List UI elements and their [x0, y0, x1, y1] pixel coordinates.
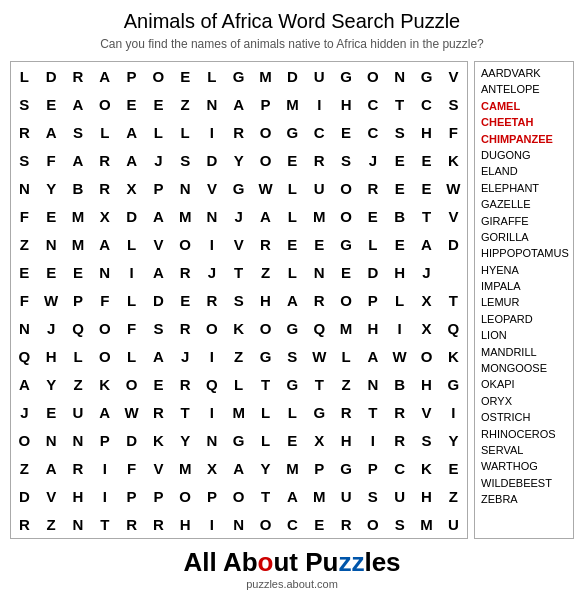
grid-cell: O — [91, 90, 118, 118]
grid-cell: E — [145, 370, 172, 398]
grid-cell: Z — [333, 370, 360, 398]
grid-cell: B — [65, 174, 92, 202]
word-item: HIPPOPOTAMUS — [481, 246, 567, 261]
grid-cell: H — [413, 118, 440, 146]
word-item: GIRAFFE — [481, 214, 567, 229]
grid-cell: O — [413, 342, 440, 370]
grid-cell: E — [145, 90, 172, 118]
word-search-grid: LDRAPOELGMDUGONGVSEAOEEZNAPMIHCTCSRASLAL… — [10, 61, 468, 539]
grid-cell: G — [225, 174, 252, 202]
grid-cell: T — [306, 370, 333, 398]
grid-cell: F — [38, 146, 65, 174]
grid-cell: N — [38, 230, 65, 258]
grid-cell: G — [413, 62, 440, 90]
word-item: WILDEBEEST — [481, 476, 567, 491]
grid-cell: E — [38, 90, 65, 118]
grid-cell: H — [38, 342, 65, 370]
grid-cell: T — [386, 90, 413, 118]
grid-cell: R — [65, 62, 92, 90]
grid-cell: L — [386, 286, 413, 314]
grid-cell: X — [306, 426, 333, 454]
grid-cell: M — [279, 90, 306, 118]
grid-cell: N — [199, 90, 226, 118]
grid-cell: S — [333, 146, 360, 174]
grid-cell: L — [145, 118, 172, 146]
grid-cell: W — [386, 342, 413, 370]
grid-cell: U — [306, 62, 333, 90]
grid-cell: W — [440, 174, 467, 202]
grid-cell: O — [359, 62, 386, 90]
grid-table: LDRAPOELGMDUGONGVSEAOEEZNAPMIHCTCSRASLAL… — [11, 62, 467, 538]
grid-cell: A — [279, 482, 306, 510]
grid-cell: A — [252, 202, 279, 230]
logo-puzzles: uzzles — [323, 547, 401, 577]
grid-cell: L — [225, 370, 252, 398]
grid-cell: H — [413, 482, 440, 510]
grid-cell: Q — [199, 370, 226, 398]
grid-cell: Z — [225, 342, 252, 370]
grid-cell: O — [333, 174, 360, 202]
grid-cell: D — [11, 482, 38, 510]
grid-cell: R — [172, 258, 199, 286]
grid-cell: J — [172, 342, 199, 370]
grid-cell: N — [386, 62, 413, 90]
grid-cell: R — [306, 146, 333, 174]
grid-cell: L — [279, 258, 306, 286]
grid-cell: E — [65, 258, 92, 286]
page-subtitle: Can you find the names of animals native… — [100, 37, 484, 51]
grid-cell: W — [306, 342, 333, 370]
grid-cell: E — [359, 202, 386, 230]
grid-cell: A — [279, 286, 306, 314]
grid-cell: P — [145, 174, 172, 202]
grid-cell: E — [279, 230, 306, 258]
grid-cell: R — [225, 118, 252, 146]
grid-cell: G — [225, 62, 252, 90]
grid-cell: J — [359, 146, 386, 174]
grid-cell: D — [440, 230, 467, 258]
grid-cell: P — [91, 426, 118, 454]
grid-cell: R — [333, 398, 360, 426]
grid-cell: I — [199, 342, 226, 370]
grid-cell: K — [225, 314, 252, 342]
grid-cell: O — [252, 146, 279, 174]
grid-cell: T — [252, 370, 279, 398]
grid-cell: F — [118, 314, 145, 342]
grid-cell: Z — [252, 258, 279, 286]
grid-cell: V — [199, 174, 226, 202]
grid-cell: A — [225, 90, 252, 118]
grid-cell: U — [306, 174, 333, 202]
grid-cell: Z — [65, 370, 92, 398]
grid-cell: P — [359, 286, 386, 314]
grid-cell: E — [413, 146, 440, 174]
grid-cell: X — [413, 286, 440, 314]
grid-cell: S — [413, 426, 440, 454]
grid-cell: O — [11, 426, 38, 454]
grid-cell: Q — [440, 314, 467, 342]
grid-cell: H — [359, 314, 386, 342]
grid-cell: J — [413, 258, 440, 286]
grid-cell: S — [386, 118, 413, 146]
grid-cell: S — [65, 118, 92, 146]
grid-cell: I — [118, 258, 145, 286]
grid-cell: R — [359, 174, 386, 202]
grid-cell: A — [91, 62, 118, 90]
grid-cell: I — [306, 90, 333, 118]
grid-cell: K — [145, 426, 172, 454]
grid-cell: Z — [172, 90, 199, 118]
grid-cell: M — [65, 230, 92, 258]
grid-cell: I — [91, 454, 118, 482]
grid-cell: D — [359, 258, 386, 286]
grid-cell: J — [38, 314, 65, 342]
grid-cell — [440, 258, 467, 286]
grid-cell: E — [38, 398, 65, 426]
word-item: HYENA — [481, 263, 567, 278]
grid-cell: F — [11, 286, 38, 314]
grid-cell: H — [252, 286, 279, 314]
grid-cell: I — [440, 398, 467, 426]
grid-cell: T — [359, 398, 386, 426]
grid-cell: B — [386, 370, 413, 398]
word-item: SERVAL — [481, 443, 567, 458]
grid-cell: M — [252, 62, 279, 90]
grid-cell: L — [279, 398, 306, 426]
grid-cell: I — [359, 426, 386, 454]
